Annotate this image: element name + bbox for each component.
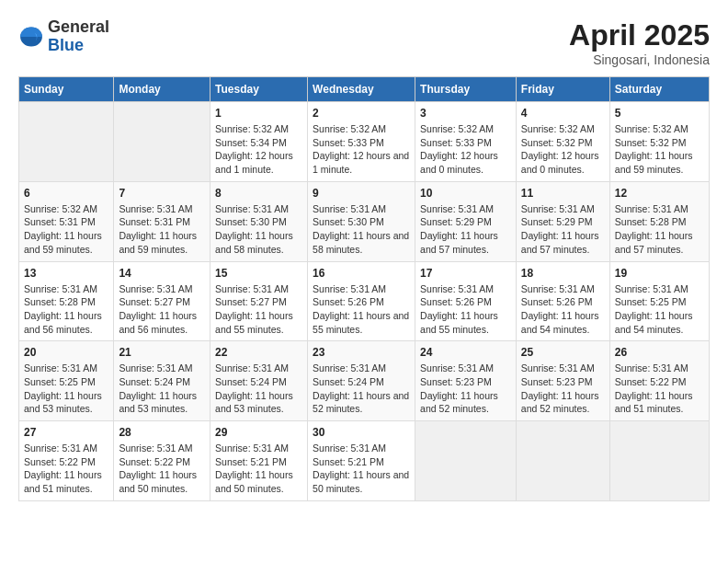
day-info: Sunrise: 5:31 AM Sunset: 5:23 PM Dayligh…: [521, 362, 605, 416]
day-info: Sunrise: 5:32 AM Sunset: 5:34 PM Dayligh…: [215, 122, 302, 177]
day-number: 26: [615, 346, 704, 359]
day-info: Sunrise: 5:32 AM Sunset: 5:31 PM Dayligh…: [24, 202, 108, 257]
day-number: 6: [24, 187, 108, 200]
day-info: Sunrise: 5:32 AM Sunset: 5:32 PM Dayligh…: [615, 122, 704, 177]
day-info: Sunrise: 5:31 AM Sunset: 5:22 PM Dayligh…: [615, 362, 704, 416]
page-header: General Blue April 2025 Singosari, Indon…: [18, 18, 710, 67]
calendar-cell: 14Sunrise: 5:31 AM Sunset: 5:27 PM Dayli…: [114, 261, 210, 341]
day-number: 19: [615, 267, 704, 280]
day-number: 30: [313, 426, 410, 439]
calendar-cell: 9Sunrise: 5:31 AM Sunset: 5:30 PM Daylig…: [308, 181, 415, 261]
calendar-cell: [415, 421, 517, 501]
day-number: 12: [615, 187, 704, 200]
calendar-cell: [114, 102, 210, 182]
calendar-cell: 30Sunrise: 5:31 AM Sunset: 5:21 PM Dayli…: [308, 421, 415, 501]
calendar-cell: 3Sunrise: 5:32 AM Sunset: 5:33 PM Daylig…: [415, 102, 517, 182]
day-info: Sunrise: 5:31 AM Sunset: 5:26 PM Dayligh…: [420, 282, 511, 337]
day-number: 1: [215, 107, 302, 120]
week-row-2: 6Sunrise: 5:32 AM Sunset: 5:31 PM Daylig…: [19, 181, 710, 261]
calendar-cell: 29Sunrise: 5:31 AM Sunset: 5:21 PM Dayli…: [210, 421, 308, 501]
calendar-cell: [609, 421, 709, 501]
day-info: Sunrise: 5:31 AM Sunset: 5:30 PM Dayligh…: [215, 202, 302, 257]
day-info: Sunrise: 5:31 AM Sunset: 5:26 PM Dayligh…: [313, 282, 410, 337]
calendar-cell: 18Sunrise: 5:31 AM Sunset: 5:26 PM Dayli…: [516, 261, 609, 341]
day-info: Sunrise: 5:31 AM Sunset: 5:28 PM Dayligh…: [615, 202, 704, 257]
calendar-cell: 15Sunrise: 5:31 AM Sunset: 5:27 PM Dayli…: [210, 261, 308, 341]
day-info: Sunrise: 5:31 AM Sunset: 5:25 PM Dayligh…: [24, 362, 108, 416]
day-info: Sunrise: 5:31 AM Sunset: 5:21 PM Dayligh…: [313, 442, 410, 496]
day-number: 24: [420, 346, 511, 359]
calendar-cell: 5Sunrise: 5:32 AM Sunset: 5:32 PM Daylig…: [609, 102, 709, 182]
weekday-header-sunday: Sunday: [19, 77, 114, 102]
calendar-cell: [516, 421, 609, 501]
day-info: Sunrise: 5:31 AM Sunset: 5:23 PM Dayligh…: [420, 362, 511, 416]
day-number: 28: [119, 426, 205, 439]
weekday-header-wednesday: Wednesday: [308, 77, 415, 102]
day-number: 10: [420, 187, 511, 200]
day-number: 2: [313, 107, 410, 120]
location-subtitle: Singosari, Indonesia: [569, 52, 710, 67]
week-row-5: 27Sunrise: 5:31 AM Sunset: 5:22 PM Dayli…: [19, 421, 710, 501]
day-number: 9: [313, 187, 410, 200]
week-row-1: 1Sunrise: 5:32 AM Sunset: 5:34 PM Daylig…: [19, 102, 710, 182]
weekday-header-monday: Monday: [114, 77, 210, 102]
day-number: 27: [24, 426, 108, 439]
calendar-cell: 22Sunrise: 5:31 AM Sunset: 5:24 PM Dayli…: [210, 341, 308, 421]
day-number: 13: [24, 267, 108, 280]
day-number: 29: [215, 426, 302, 439]
day-info: Sunrise: 5:31 AM Sunset: 5:24 PM Dayligh…: [119, 362, 205, 416]
calendar-cell: 2Sunrise: 5:32 AM Sunset: 5:33 PM Daylig…: [308, 102, 415, 182]
day-number: 15: [215, 267, 302, 280]
weekday-header-row: SundayMondayTuesdayWednesdayThursdayFrid…: [19, 77, 710, 102]
day-info: Sunrise: 5:31 AM Sunset: 5:22 PM Dayligh…: [24, 442, 108, 496]
calendar-cell: 28Sunrise: 5:31 AM Sunset: 5:22 PM Dayli…: [114, 421, 210, 501]
logo-icon: [18, 24, 44, 50]
calendar-cell: 7Sunrise: 5:31 AM Sunset: 5:31 PM Daylig…: [114, 181, 210, 261]
calendar-cell: 26Sunrise: 5:31 AM Sunset: 5:22 PM Dayli…: [609, 341, 709, 421]
calendar-cell: 1Sunrise: 5:32 AM Sunset: 5:34 PM Daylig…: [210, 102, 308, 182]
day-number: 14: [119, 267, 205, 280]
calendar-cell: 21Sunrise: 5:31 AM Sunset: 5:24 PM Dayli…: [114, 341, 210, 421]
day-number: 11: [521, 187, 605, 200]
calendar-cell: 11Sunrise: 5:31 AM Sunset: 5:29 PM Dayli…: [516, 181, 609, 261]
calendar-cell: 4Sunrise: 5:32 AM Sunset: 5:32 PM Daylig…: [516, 102, 609, 182]
day-info: Sunrise: 5:31 AM Sunset: 5:30 PM Dayligh…: [313, 202, 410, 257]
day-number: 21: [119, 346, 205, 359]
calendar-cell: 20Sunrise: 5:31 AM Sunset: 5:25 PM Dayli…: [19, 341, 114, 421]
day-info: Sunrise: 5:31 AM Sunset: 5:29 PM Dayligh…: [521, 202, 605, 257]
calendar-cell: 8Sunrise: 5:31 AM Sunset: 5:30 PM Daylig…: [210, 181, 308, 261]
title-area: April 2025 Singosari, Indonesia: [569, 18, 710, 67]
day-number: 22: [215, 346, 302, 359]
calendar-cell: 24Sunrise: 5:31 AM Sunset: 5:23 PM Dayli…: [415, 341, 517, 421]
calendar-cell: 10Sunrise: 5:31 AM Sunset: 5:29 PM Dayli…: [415, 181, 517, 261]
day-number: 25: [521, 346, 605, 359]
calendar-cell: 13Sunrise: 5:31 AM Sunset: 5:28 PM Dayli…: [19, 261, 114, 341]
weekday-header-thursday: Thursday: [415, 77, 517, 102]
calendar-cell: 17Sunrise: 5:31 AM Sunset: 5:26 PM Dayli…: [415, 261, 517, 341]
day-number: 4: [521, 107, 605, 120]
calendar-cell: 16Sunrise: 5:31 AM Sunset: 5:26 PM Dayli…: [308, 261, 415, 341]
day-info: Sunrise: 5:32 AM Sunset: 5:33 PM Dayligh…: [313, 122, 410, 177]
day-number: 16: [313, 267, 410, 280]
day-number: 23: [313, 346, 410, 359]
day-number: 3: [420, 107, 511, 120]
week-row-3: 13Sunrise: 5:31 AM Sunset: 5:28 PM Dayli…: [19, 261, 710, 341]
calendar-cell: 12Sunrise: 5:31 AM Sunset: 5:28 PM Dayli…: [609, 181, 709, 261]
calendar-cell: [19, 102, 114, 182]
calendar-cell: 19Sunrise: 5:31 AM Sunset: 5:25 PM Dayli…: [609, 261, 709, 341]
calendar-cell: 27Sunrise: 5:31 AM Sunset: 5:22 PM Dayli…: [19, 421, 114, 501]
calendar-cell: 25Sunrise: 5:31 AM Sunset: 5:23 PM Dayli…: [516, 341, 609, 421]
week-row-4: 20Sunrise: 5:31 AM Sunset: 5:25 PM Dayli…: [19, 341, 710, 421]
calendar-cell: 23Sunrise: 5:31 AM Sunset: 5:24 PM Dayli…: [308, 341, 415, 421]
day-info: Sunrise: 5:31 AM Sunset: 5:21 PM Dayligh…: [215, 442, 302, 496]
day-info: Sunrise: 5:31 AM Sunset: 5:31 PM Dayligh…: [119, 202, 205, 257]
calendar-table: SundayMondayTuesdayWednesdayThursdayFrid…: [18, 76, 710, 501]
day-info: Sunrise: 5:31 AM Sunset: 5:27 PM Dayligh…: [119, 282, 205, 337]
day-info: Sunrise: 5:31 AM Sunset: 5:27 PM Dayligh…: [215, 282, 302, 337]
day-number: 20: [24, 346, 108, 359]
day-number: 8: [215, 187, 302, 200]
day-info: Sunrise: 5:31 AM Sunset: 5:24 PM Dayligh…: [313, 362, 410, 416]
day-info: Sunrise: 5:31 AM Sunset: 5:25 PM Dayligh…: [615, 282, 704, 337]
logo-text: General Blue: [48, 18, 109, 55]
day-number: 17: [420, 267, 511, 280]
